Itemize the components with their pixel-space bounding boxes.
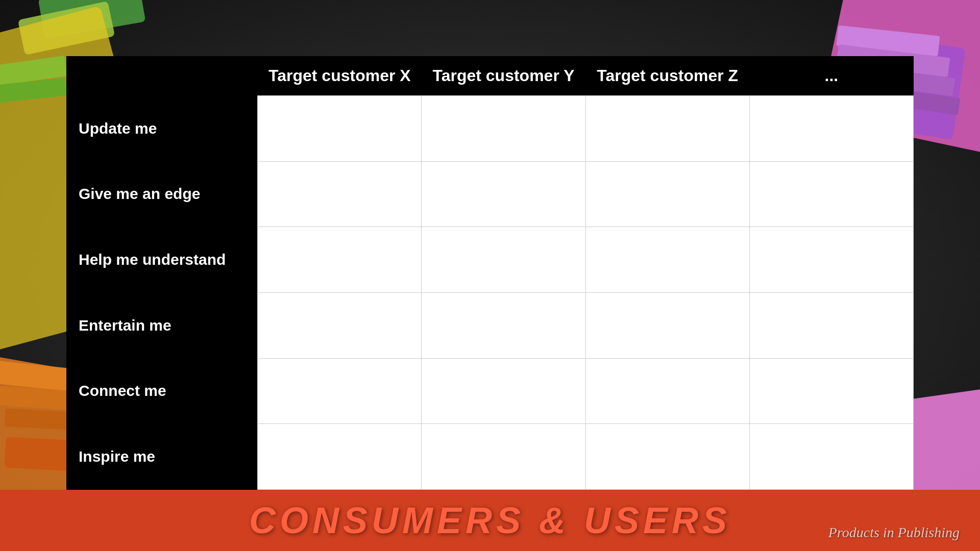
watermark: Products in Publishing	[828, 524, 960, 541]
row-label-help-me: Help me understand	[66, 227, 258, 293]
cell-inspire-y[interactable]	[422, 424, 585, 490]
table-row: Entertain me	[66, 292, 914, 358]
table-row: Update me	[66, 96, 914, 162]
cell-edge-extra[interactable]	[749, 161, 913, 227]
header-col1: Target customer X	[258, 56, 422, 96]
cell-connect-z[interactable]	[585, 358, 749, 424]
cell-entertain-x[interactable]	[258, 292, 422, 358]
table-row: Give me an edge	[66, 161, 914, 227]
cell-help-extra[interactable]	[749, 227, 913, 293]
row-label-connect-me: Connect me	[66, 358, 258, 424]
bottom-banner: Consumers & Users	[0, 490, 980, 551]
header-col2: Target customer Y	[422, 56, 585, 96]
row-label-update-me: Update me	[66, 96, 258, 162]
cell-connect-x[interactable]	[258, 358, 422, 424]
cell-update-me-y[interactable]	[422, 96, 585, 162]
row-label-entertain-me: Entertain me	[66, 292, 258, 358]
cell-edge-z[interactable]	[585, 161, 749, 227]
row-label-inspire-me: Inspire me	[66, 424, 258, 490]
cell-update-me-extra[interactable]	[749, 96, 913, 162]
header-col4: ...	[749, 56, 913, 96]
cell-help-y[interactable]	[422, 227, 585, 293]
cell-update-me-x[interactable]	[258, 96, 422, 162]
header-empty	[66, 56, 258, 96]
cell-update-me-z[interactable]	[585, 96, 749, 162]
cell-inspire-z[interactable]	[585, 424, 749, 490]
cell-inspire-x[interactable]	[258, 424, 422, 490]
cell-entertain-y[interactable]	[422, 292, 585, 358]
cell-connect-extra[interactable]	[749, 358, 913, 424]
cell-help-z[interactable]	[585, 227, 749, 293]
table-row: Help me understand	[66, 227, 914, 293]
row-label-give-me-edge: Give me an edge	[66, 161, 258, 227]
table-row: Connect me	[66, 358, 914, 424]
cell-edge-y[interactable]	[422, 161, 585, 227]
cell-edge-x[interactable]	[258, 161, 422, 227]
header-row: Target customer X Target customer Y Targ…	[66, 56, 914, 96]
cell-entertain-extra[interactable]	[749, 292, 913, 358]
table-container: Target customer X Target customer Y Targ…	[66, 56, 914, 490]
cell-entertain-z[interactable]	[585, 292, 749, 358]
cell-help-x[interactable]	[258, 227, 422, 293]
cell-inspire-extra[interactable]	[749, 424, 913, 490]
bottom-banner-text: Consumers & Users	[249, 499, 731, 541]
table-row: Inspire me	[66, 424, 914, 490]
cell-connect-y[interactable]	[422, 358, 585, 424]
main-table: Target customer X Target customer Y Targ…	[66, 56, 914, 490]
header-col3: Target customer Z	[585, 56, 749, 96]
